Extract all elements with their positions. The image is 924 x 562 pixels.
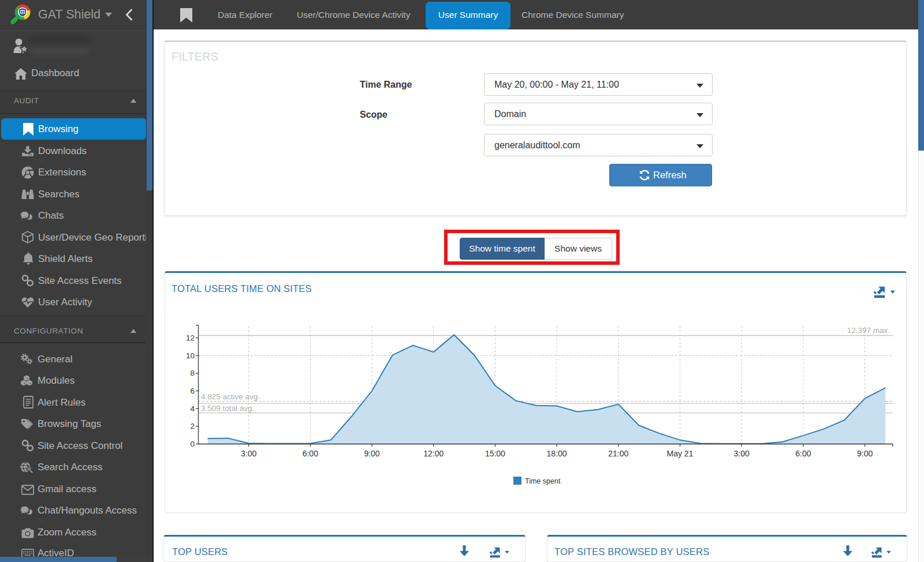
svg-text:10: 10: [186, 351, 195, 360]
svg-text:18:00: 18:00: [547, 449, 567, 458]
svg-text:4.825 active avg.: 4.825 active avg.: [201, 392, 260, 401]
svg-text:9:00: 9:00: [857, 449, 873, 458]
svg-text:6: 6: [190, 387, 195, 395]
svg-text:Time spent: Time spent: [525, 477, 561, 485]
svg-text:4: 4: [190, 404, 195, 413]
svg-text:6:00: 6:00: [303, 449, 318, 458]
svg-text:6:00: 6:00: [795, 449, 811, 458]
svg-text:2: 2: [190, 422, 195, 430]
svg-text:3.509 total avg.: 3.509 total avg.: [201, 404, 254, 413]
svg-text:9:00: 9:00: [364, 449, 379, 458]
svg-text:3:00: 3:00: [734, 449, 750, 458]
svg-text:21:00: 21:00: [608, 449, 628, 458]
svg-text:15:00: 15:00: [485, 449, 505, 458]
svg-text:12:00: 12:00: [423, 449, 444, 458]
svg-text:12.397 max.: 12.397 max.: [847, 326, 890, 335]
svg-text:12: 12: [186, 334, 195, 342]
svg-text:0: 0: [190, 440, 195, 448]
svg-text:3:00: 3:00: [241, 449, 256, 458]
svg-text:8: 8: [190, 369, 195, 377]
svg-text:May 21: May 21: [667, 449, 694, 458]
